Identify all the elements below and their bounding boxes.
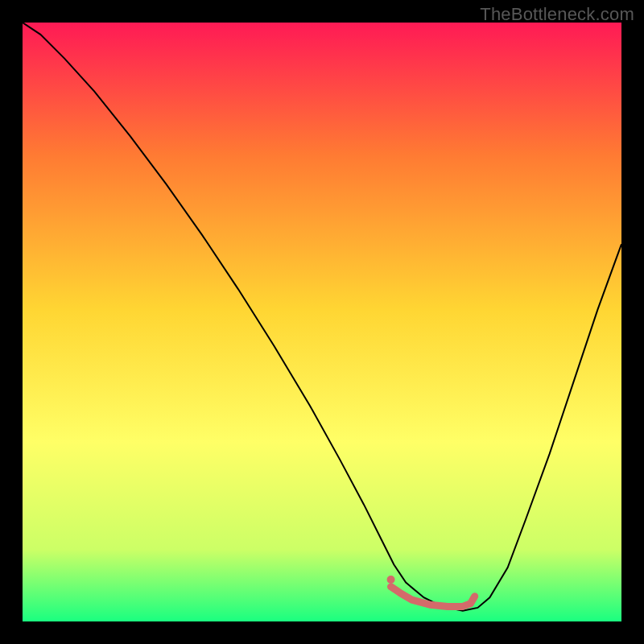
chart-plot-area <box>23 23 621 621</box>
highlight-point <box>387 576 395 584</box>
chart-svg <box>23 23 621 621</box>
watermark-text: TheBottleneck.com <box>480 4 634 25</box>
chart-background-gradient <box>23 23 621 621</box>
